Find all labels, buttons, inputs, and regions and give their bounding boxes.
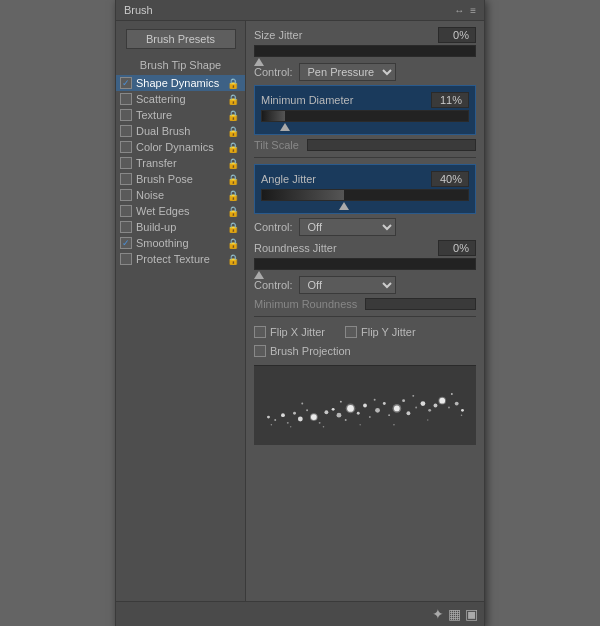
svg-point-33 [393,404,402,413]
min-diameter-label: Minimum Diameter [261,94,431,106]
angle-control-row: Control: Off Fade Pen Pressure Pen Tilt [254,218,476,236]
svg-point-23 [415,406,417,408]
lock-icon-scattering: 🔒 [227,94,239,105]
checkbox-color-dynamics[interactable] [120,141,132,153]
lock-icon-noise: 🔒 [227,190,239,201]
sidebar-item-color-dynamics[interactable]: Color Dynamics 🔒 [116,139,245,155]
sidebar-label-wet-edges: Wet Edges [136,205,190,217]
checkbox-brush-pose[interactable] [120,173,132,185]
svg-point-8 [319,422,321,424]
svg-point-45 [451,393,453,395]
flip-y-checkbox[interactable] [345,326,357,338]
brush-tip-shape-header: Brush Tip Shape [116,57,245,75]
svg-point-31 [310,413,318,421]
min-diameter-thumb [280,123,290,131]
svg-point-2 [281,413,285,417]
footer-icon-3[interactable]: ▣ [465,606,478,622]
min-roundness-row: Minimum Roundness [254,298,476,310]
svg-point-36 [290,426,292,428]
svg-point-10 [332,408,335,411]
svg-point-29 [455,402,459,406]
roundness-jitter-track [254,258,476,270]
sidebar-item-texture[interactable]: Texture 🔒 [116,107,245,123]
flip-x-checkbox[interactable] [254,326,266,338]
flip-x-label: Flip X Jitter [270,326,325,338]
min-diameter-slider[interactable] [261,110,469,122]
size-jitter-slider[interactable] [254,45,476,57]
sidebar-item-buildup[interactable]: Build-up 🔒 [116,219,245,235]
resize-icon[interactable]: ↔ [454,5,464,16]
lock-icon-protect-texture: 🔒 [227,254,239,265]
tilt-scale-track[interactable] [307,139,476,151]
sidebar-item-smoothing[interactable]: ✓ Smoothing 🔒 [116,235,245,251]
sidebar-label-protect-texture: Protect Texture [136,253,210,265]
svg-point-25 [428,409,431,412]
svg-point-40 [359,424,361,426]
footer-icon-2[interactable]: ▦ [448,606,461,622]
sidebar-item-noise[interactable]: Noise 🔒 [116,187,245,203]
roundness-control-row: Control: Off Fade Pen Pressure Pen Tilt [254,276,476,294]
svg-point-42 [393,424,395,426]
min-diameter-value: 11% [431,92,469,108]
checkbox-scattering[interactable] [120,93,132,105]
checkbox-buildup[interactable] [120,221,132,233]
size-jitter-value: 0% [438,27,476,43]
checkbox-shape-dynamics[interactable]: ✓ [120,77,132,89]
sidebar-item-wet-edges[interactable]: Wet Edges 🔒 [116,203,245,219]
checkbox-wet-edges[interactable] [120,205,132,217]
roundness-control-label: Control: [254,279,293,291]
angle-jitter-section: Angle Jitter 40% [254,164,476,214]
sidebar-label-transfer: Transfer [136,157,177,169]
angle-jitter-thumb [339,202,349,210]
sidebar-item-transfer[interactable]: Transfer 🔒 [116,155,245,171]
roundness-jitter-slider[interactable] [254,258,476,270]
lock-icon-shape-dynamics: 🔒 [227,78,239,89]
size-jitter-row: Size Jitter 0% [254,27,476,43]
sidebar-item-scattering[interactable]: Scattering 🔒 [116,91,245,107]
sidebar-label-smoothing: Smoothing [136,237,189,249]
svg-point-5 [298,417,303,422]
sidebar-item-dual-brush[interactable]: Dual Brush 🔒 [116,123,245,139]
angle-jitter-value: 40% [431,171,469,187]
min-roundness-track[interactable] [365,298,476,310]
lock-icon-wet-edges: 🔒 [227,206,239,217]
menu-icon[interactable]: ≡ [470,5,476,16]
titlebar-icons: ↔ ≡ [454,5,476,16]
flip-x-row: Flip X Jitter [254,326,325,338]
tilt-scale-label: Tilt Scale [254,139,299,151]
angle-control-select[interactable]: Off Fade Pen Pressure Pen Tilt [299,218,396,236]
svg-point-37 [301,403,303,405]
size-jitter-track [254,45,476,57]
panel-footer: ✦ ▦ ▣ [116,601,484,626]
brush-presets-button[interactable]: Brush Presets [126,29,236,49]
lock-icon-smoothing: 🔒 [227,238,239,249]
checkbox-smoothing[interactable]: ✓ [120,237,132,249]
checkbox-dual-brush[interactable] [120,125,132,137]
footer-icon-1[interactable]: ✦ [432,606,444,622]
sidebar-item-brush-pose[interactable]: Brush Pose 🔒 [116,171,245,187]
checkbox-protect-texture[interactable] [120,253,132,265]
svg-point-38 [323,426,325,428]
sidebar-label-dual-brush: Dual Brush [136,125,190,137]
checkbox-noise[interactable] [120,189,132,201]
checkbox-transfer[interactable] [120,157,132,169]
svg-point-0 [267,416,270,419]
svg-point-12 [345,419,347,421]
angle-jitter-slider[interactable] [261,189,469,201]
roundness-jitter-value: 0% [438,240,476,256]
roundness-control-select[interactable]: Off Fade Pen Pressure Pen Tilt [299,276,396,294]
svg-point-30 [461,409,464,412]
svg-point-46 [461,414,463,416]
sidebar-label-noise: Noise [136,189,164,201]
brush-proj-checkbox[interactable] [254,345,266,357]
sidebar-item-shape-dynamics[interactable]: ✓ Shape Dynamics 🔒 [116,75,245,91]
roundness-jitter-label: Roundness Jitter [254,242,438,254]
checkbox-texture[interactable] [120,109,132,121]
sidebar-item-protect-texture[interactable]: Protect Texture 🔒 [116,251,245,267]
roundness-jitter-thumb [254,271,264,279]
angle-jitter-row: Angle Jitter 40% [261,171,469,187]
control-select[interactable]: Pen Pressure Off Fade Pen Tilt Stylus Wh… [299,63,396,81]
svg-point-15 [363,404,367,408]
min-diameter-row: Minimum Diameter 11% [261,92,469,108]
svg-point-4 [293,412,296,415]
